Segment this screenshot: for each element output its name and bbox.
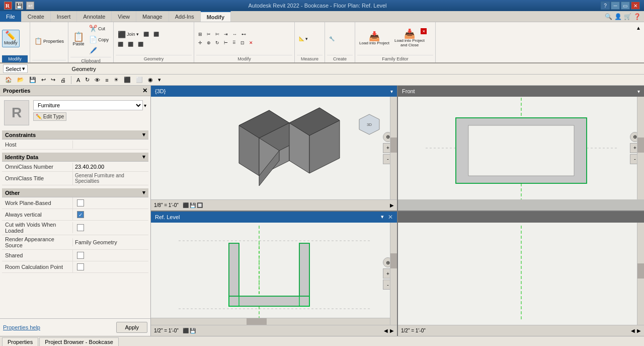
tab-insert[interactable]: Insert <box>51 11 77 22</box>
user-icon[interactable]: 👤 <box>614 13 622 20</box>
section-icon[interactable]: ◉ <box>146 76 155 84</box>
shadows-icon[interactable]: ☀ <box>112 76 121 84</box>
scrollbar-reflevel-h[interactable] <box>151 318 390 325</box>
minimize-button[interactable]: ─ <box>611 2 620 10</box>
view-props-icon[interactable]: ⬛ <box>183 202 189 208</box>
tab-modify[interactable]: Modify <box>201 11 231 22</box>
properties-button[interactable]: 📋 Properties <box>32 36 66 46</box>
cut-button[interactable]: ✂️ Cut <box>87 23 111 34</box>
view-cube[interactable]: 3D <box>357 112 382 137</box>
vr-icon1[interactable]: ⬛ <box>183 328 189 333</box>
tab-file[interactable]: File <box>0 11 22 22</box>
identity-header[interactable]: Identity Data ▾ <box>2 153 148 162</box>
save-icon[interactable]: 💾 <box>27 76 38 84</box>
scrollbar-front-v[interactable] <box>637 97 644 199</box>
modify-button[interactable]: ✏️ Modify <box>2 30 20 47</box>
visibility-icon[interactable]: 👁 <box>93 76 102 84</box>
viewport-front-expand[interactable]: ▾ <box>637 89 640 94</box>
purchase-icon[interactable]: 🛒 <box>624 13 631 20</box>
more-views-icon[interactable]: ▾ <box>156 76 163 84</box>
match-button[interactable]: 🖊️ <box>87 45 111 56</box>
shared-checkbox[interactable] <box>77 252 84 259</box>
undo-icon[interactable]: ↩ <box>39 76 48 84</box>
mirror-axis-button[interactable]: ⊷ <box>239 30 248 38</box>
host-value[interactable] <box>72 141 148 149</box>
tab-properties[interactable]: Properties <box>2 337 38 346</box>
edit-type-button[interactable]: ✏️ Edit Type <box>33 112 66 121</box>
apply-button[interactable]: Apply <box>116 322 147 333</box>
tab-view[interactable]: View <box>112 11 136 22</box>
cut-voids-checkbox[interactable] <box>77 224 84 231</box>
room-calc-checkbox[interactable] <box>77 263 84 270</box>
viewport-reflevel-next-icon[interactable]: ▶ <box>390 328 394 333</box>
help-icon[interactable]: ? <box>601 2 610 10</box>
view-save-icon[interactable]: 💾 <box>190 202 196 208</box>
redo-icon[interactable]: ↪ <box>49 76 57 84</box>
drill-button[interactable]: ⬛ <box>151 30 161 38</box>
viewport-reflevel-expand[interactable]: ▾ <box>381 214 384 220</box>
close-button[interactable]: ✕ <box>631 2 640 10</box>
load-into-project-close-button[interactable]: ✕ 📥 Load into Project and Close <box>392 28 427 49</box>
annotation-icon[interactable]: A <box>74 76 82 84</box>
host-input[interactable] <box>75 142 146 148</box>
omniclass-num-value[interactable] <box>72 163 148 171</box>
3d-view-icon[interactable]: ⬜ <box>134 76 145 84</box>
family-dropdown[interactable]: Furniture <box>33 100 143 110</box>
array-button[interactable]: ⠿ <box>230 39 238 47</box>
scrollbar-3d-v[interactable] <box>390 97 397 199</box>
properties-help-link[interactable]: Properties help <box>3 324 40 330</box>
quick-undo-icon[interactable]: ↩ <box>26 2 34 10</box>
split-face-button[interactable]: ⬛ <box>136 40 145 48</box>
measure-button[interactable]: 📐 ▾ <box>297 35 310 43</box>
view-nav-icon[interactable]: 🔲 <box>197 202 203 208</box>
search-icon[interactable]: 🔍 <box>605 13 612 20</box>
print-icon[interactable]: 🖨 <box>58 76 68 84</box>
viewport-empty-next[interactable]: ▶ <box>637 328 641 333</box>
tab-create[interactable]: Create <box>22 11 51 22</box>
rotate-button[interactable]: ↻ <box>213 39 221 47</box>
mirror-nn-button[interactable]: ↔ <box>230 30 239 38</box>
scale-button[interactable]: ⊡ <box>238 39 247 47</box>
paste-button[interactable]: 📋 Paste <box>70 31 87 48</box>
trim-button[interactable]: ⊢ <box>222 39 230 47</box>
restore-button[interactable]: ▭ <box>621 2 630 10</box>
quick-save-icon[interactable]: 💾 <box>15 2 23 10</box>
paint-button[interactable]: ⬛ <box>126 40 135 48</box>
select-dropdown[interactable]: Select ▾ <box>3 64 28 73</box>
viewport-reflevel-close[interactable]: ✕ <box>388 214 393 221</box>
create-button[interactable]: 🔧 <box>327 35 337 43</box>
viewport-reflevel-nav-icon[interactable]: ◀ <box>384 328 388 333</box>
tab-project-browser[interactable]: Project Browser - Bookcase <box>39 337 119 346</box>
properties-close-button[interactable]: ✕ <box>142 87 147 94</box>
work-plane-checkbox[interactable] <box>77 199 84 206</box>
viewport-3d-next-icon[interactable]: ▶ <box>390 202 394 208</box>
scrollbar-empty-v[interactable] <box>637 223 644 325</box>
collapse-ribbon-button[interactable]: ▲ <box>635 24 642 32</box>
help-ribbon-icon[interactable]: ❓ <box>633 13 641 20</box>
tab-annotate[interactable]: Annotate <box>77 11 112 22</box>
rotation-icon[interactable]: ↻ <box>83 76 92 84</box>
split-element-button[interactable]: ✂ <box>205 30 213 38</box>
scrollbar-reflevel-v[interactable] <box>390 223 397 325</box>
split-faces-button[interactable]: ✄ <box>213 30 221 38</box>
crop-icon[interactable]: ⬛ <box>122 76 133 84</box>
join-geometry-button[interactable]: ⬛ Join ▾ <box>116 29 141 40</box>
home-icon[interactable]: 🏠 <box>3 76 14 84</box>
viewport-empty-nav[interactable]: ◀ <box>631 328 635 333</box>
load-into-project-button[interactable]: 📥 Load into Project <box>357 30 391 47</box>
thin-lines-icon[interactable]: ≡ <box>103 76 110 84</box>
align-button[interactable]: ⊞ <box>196 30 204 38</box>
constraints-header[interactable]: Constraints ▾ <box>2 130 148 140</box>
other-header[interactable]: Other ▾ <box>2 188 148 197</box>
open-icon[interactable]: 📂 <box>15 76 26 84</box>
tab-manage[interactable]: Manage <box>136 11 169 22</box>
copy-button[interactable]: 📄 Copy <box>87 34 111 45</box>
tab-addins[interactable]: Add-Ins <box>169 11 201 22</box>
delete-button[interactable]: ✕ <box>247 39 255 47</box>
vr-icon2[interactable]: 💾 <box>190 328 196 333</box>
always-vertical-checkbox[interactable]: ✓ <box>77 211 84 218</box>
omniclass-num-input[interactable] <box>75 164 146 170</box>
cut-geometry-button[interactable]: ⬛ <box>141 30 151 38</box>
wall-join-button[interactable]: ⬛ <box>116 40 125 48</box>
copy-tool-button[interactable]: ⊕ <box>205 39 213 47</box>
